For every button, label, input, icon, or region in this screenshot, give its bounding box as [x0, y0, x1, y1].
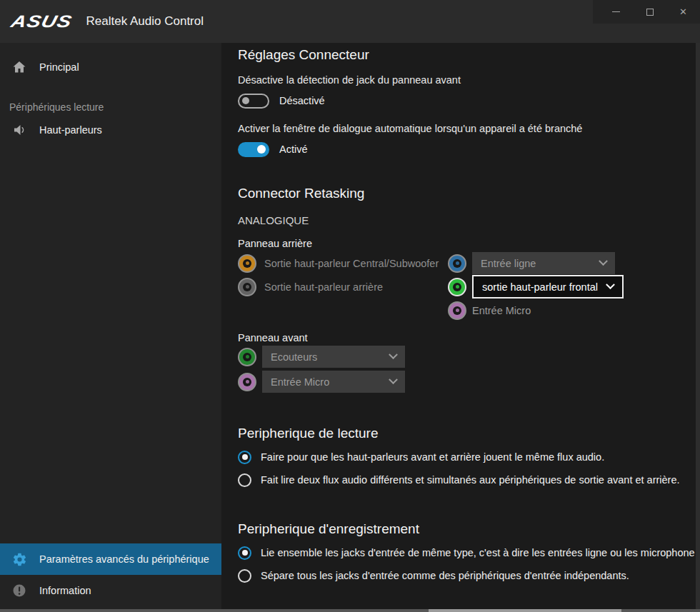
brand-area: ASUS Realtek Audio Control: [0, 10, 204, 34]
black-jack-icon: [238, 278, 256, 296]
front-panel-rows: Ecouteurs Entrée Micro: [238, 346, 700, 393]
auto-popup-toggle-row: Activé: [238, 141, 700, 157]
sidebar-item-information[interactable]: Information: [0, 575, 221, 606]
horizontal-scrollbar-thumb[interactable]: [429, 609, 621, 612]
chevron-down-icon: [389, 375, 398, 384]
pink-jack-icon: [238, 373, 256, 391]
sidebar: Principal Périphériques lecture Haut-par…: [0, 43, 221, 609]
chevron-down-icon: [599, 256, 608, 266]
main-content: Réglages Connecteur Désactive la détecti…: [221, 43, 700, 609]
info-icon: [11, 583, 27, 598]
minimize-button[interactable]: [599, 0, 633, 24]
radio-label: Sépare tous les jacks d'entrée comme des…: [261, 570, 629, 581]
app-window: ASUS Realtek Audio Control ✕ Principal: [0, 0, 700, 612]
recording-option-separate-jacks[interactable]: Sépare tous les jacks d'entrée comme des…: [238, 568, 700, 583]
chevron-down-icon: [606, 280, 615, 289]
rear-panel-grid: Sortie haut-parleur Central/Subwoofer So…: [238, 251, 700, 322]
auto-popup-state: Activé: [279, 144, 308, 155]
front-speaker-out-dropdown[interactable]: sortie haut-parleur frontal: [472, 275, 624, 299]
radio-label: Fait lire deux flux audio différents et …: [261, 474, 680, 486]
horizontal-scrollbar[interactable]: [0, 609, 700, 612]
rear-panel-right-column: Entrée ligne sortie haut-parleur frontal: [448, 251, 624, 322]
sidebar-item-advanced-settings[interactable]: Paramètres avancés du périphérique: [0, 543, 221, 575]
sidebar-item-label: Information: [39, 585, 91, 596]
speaker-icon: [11, 122, 27, 138]
sidebar-item-speakers[interactable]: Haut-parleurs: [0, 114, 221, 146]
radio-label: Lie ensemble les jacks d'entrée de même …: [261, 547, 695, 558]
section-title-connector-retasking: Connector Retasking: [238, 186, 700, 201]
maximize-button[interactable]: [633, 0, 666, 24]
auto-popup-label: Activer la fenêtre de dialogue automatiq…: [238, 123, 700, 134]
analog-subheading: ANALOGIQUE: [238, 214, 700, 226]
rear-panel-label: Panneau arrière: [238, 238, 700, 249]
jack-detection-toggle-row: Désactivé: [238, 93, 700, 109]
front-mic-dropdown: Entrée Micro: [262, 371, 405, 393]
jack-row: Entrée Micro: [448, 299, 624, 322]
orange-jack-icon: [238, 254, 256, 273]
section-title-playback-device: Peripherique de lecture: [238, 426, 700, 441]
mic-in-label: Entrée Micro: [472, 305, 531, 316]
jack-label: Sortie haut-parleur arrière: [264, 281, 383, 293]
close-icon: ✕: [679, 7, 687, 16]
auto-popup-toggle[interactable]: [238, 142, 269, 157]
asus-logo: ASUS: [9, 11, 74, 31]
maximize-icon: [646, 9, 654, 16]
window-controls: ✕: [593, 0, 700, 24]
jack-detection-state: Désactivé: [279, 95, 325, 106]
section-title-recording-device: Peripherique d'enregistrement: [238, 521, 700, 537]
close-button[interactable]: ✕: [666, 0, 700, 24]
radio-selected-icon: [238, 451, 251, 464]
dropdown-value: sortie haut-parleur frontal: [482, 281, 598, 293]
radio-selected-icon: [238, 546, 251, 560]
sidebar-item-principal[interactable]: Principal: [0, 51, 221, 83]
app-title: Realtek Audio Control: [86, 14, 204, 29]
jack-row: Entrée ligne: [448, 251, 624, 275]
section-title-connector-settings: Réglages Connecteur: [238, 47, 700, 63]
chevron-down-icon: [389, 350, 398, 359]
gear-icon: [11, 551, 27, 567]
sidebar-item-label: Paramètres avancés du périphérique: [39, 553, 209, 565]
radio-unselected-icon: [238, 569, 251, 583]
jack-detection-toggle[interactable]: [238, 94, 269, 109]
recording-option-link-jacks[interactable]: Lie ensemble les jacks d'entrée de même …: [238, 546, 700, 560]
jack-detection-label: Désactive la détection de jack du pannea…: [238, 74, 700, 86]
home-icon: [11, 59, 27, 75]
sidebar-bottom: Paramètres avancés du périphérique Infor…: [0, 543, 221, 606]
green-jack-icon: [448, 278, 466, 296]
blue-jack-icon: [448, 254, 466, 273]
jack-row: Entrée Micro: [238, 371, 700, 393]
jack-row: sortie haut-parleur frontal: [448, 275, 624, 299]
toggle-knob: [242, 97, 249, 104]
jack-row: Ecouteurs: [238, 346, 700, 368]
playback-option-same-stream[interactable]: Faire pour que les haut-parleurs avant e…: [238, 450, 700, 464]
line-in-dropdown: Entrée ligne: [472, 252, 615, 274]
sidebar-item-label: Haut-parleurs: [39, 124, 102, 136]
sidebar-item-label: Principal: [39, 61, 79, 73]
pink-jack-icon: [448, 301, 466, 320]
front-panel-label: Panneau avant: [238, 332, 700, 343]
playback-option-two-streams[interactable]: Fait lire deux flux audio différents et …: [238, 473, 700, 487]
headphones-dropdown: Ecouteurs: [262, 346, 405, 368]
toggle-knob: [257, 145, 266, 154]
dropdown-value: Ecouteurs: [271, 351, 317, 363]
titlebar: ASUS Realtek Audio Control ✕: [0, 0, 700, 43]
vertical-scrollbar[interactable]: [696, 43, 700, 609]
green-jack-icon: [238, 348, 256, 366]
sidebar-section-playback-devices: Périphériques lecture: [0, 101, 221, 113]
dropdown-value: Entrée Micro: [271, 376, 329, 388]
jack-label: Sortie haut-parleur Central/Subwoofer: [264, 258, 439, 269]
radio-unselected-icon: [238, 473, 251, 487]
minimize-icon: [612, 11, 620, 12]
radio-label: Faire pour que les haut-parleurs avant e…: [261, 451, 604, 463]
dropdown-value: Entrée ligne: [481, 258, 536, 269]
